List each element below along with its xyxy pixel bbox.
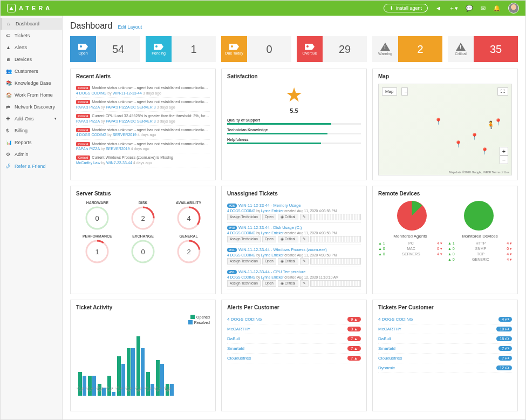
sidebar-item-add-ons[interactable]: ✚Add-Ons▾ xyxy=(1,113,62,125)
stat-pending[interactable]: Pending1 xyxy=(146,36,216,62)
assign-button[interactable]: Assign Technician xyxy=(227,236,261,242)
gauge-general[interactable]: GENERAL2 xyxy=(167,234,210,265)
alert-row[interactable]: CriticalMachine status unknown - agent h… xyxy=(76,140,210,154)
map-canvas[interactable]: Map – ⛶ 📍 📍 📍 📍 📍 🧍 + − Map data xyxy=(378,84,512,175)
map-dropdown-icon[interactable]: – xyxy=(401,87,408,96)
sidebar-item-reports[interactable]: 📊Reports xyxy=(1,137,62,148)
zoom-in-button[interactable]: + xyxy=(500,147,508,155)
remote-row[interactable]: ▲ 0MAC0 ▾ xyxy=(378,246,442,252)
bell-icon[interactable]: 🔔 xyxy=(493,5,501,12)
device-link[interactable]: PAPA's PIZZA DC SERVER 3 xyxy=(106,119,155,123)
map-pin-icon[interactable]: 📍 xyxy=(494,118,502,126)
sidebar-item-customers[interactable]: 👥Customers xyxy=(1,65,62,77)
customer-row[interactable]: Smartaid7 🏷 xyxy=(378,344,512,354)
stat-critical[interactable]: Critical35 xyxy=(448,36,518,62)
priority-button[interactable]: ◉ Critical xyxy=(278,214,298,220)
gauge-performance[interactable]: PERFORMANCE1 xyxy=(76,234,119,265)
assign-button[interactable]: Assign Technician xyxy=(227,214,261,220)
sidebar-item-tickets[interactable]: 🏷Tickets xyxy=(1,30,62,42)
stat-due-today[interactable]: Due Today0 xyxy=(221,36,291,62)
priority-button[interactable]: ◉ Critical xyxy=(278,280,298,287)
remote-row[interactable]: ▲ 0SERVERS4 ▾ xyxy=(378,252,442,257)
assign-button[interactable]: Assign Technician xyxy=(227,258,261,265)
device-link[interactable]: SERVER2019 xyxy=(106,147,129,151)
edit-icon[interactable]: ✎ xyxy=(300,236,309,242)
customer-row[interactable]: Smartaid7 ▲ xyxy=(227,344,361,354)
ticket-row[interactable]: #41WIN-11-12-33-44 - Windows Process (zo… xyxy=(227,245,361,267)
stat-overdue[interactable]: Overdue29 xyxy=(297,36,367,62)
mail-icon[interactable]: ✉ xyxy=(481,5,486,12)
ticket-row[interactable]: #51WIN-11-12-33-44 - CPU Temperature4 DO… xyxy=(227,267,361,289)
customer-link[interactable]: PAPA's PIZZA xyxy=(76,105,100,109)
sidebar-item-billing[interactable]: $Billing xyxy=(1,125,62,137)
sidebar-item-network-discovery[interactable]: ⇄Network Discovery xyxy=(1,101,62,113)
status-button[interactable]: Open xyxy=(262,258,276,265)
zoom-out-button[interactable]: − xyxy=(500,155,508,164)
chat-icon[interactable]: 💬 xyxy=(466,5,473,12)
map-pin-icon[interactable]: 📍 xyxy=(481,147,489,155)
sidebar-item-dashboard[interactable]: ⌂Dashboard xyxy=(1,18,62,30)
customer-row[interactable]: McCARTHY3 ▲ xyxy=(227,324,361,334)
edit-icon[interactable]: ✎ xyxy=(300,214,309,220)
device-link[interactable]: PAPA's PIZZA DC SERVER 3 xyxy=(106,105,155,109)
customer-row[interactable]: McCARTHY10 🏷 xyxy=(378,324,512,334)
announce-icon[interactable]: ◄ xyxy=(435,5,441,11)
map-type-button[interactable]: Map xyxy=(382,87,397,96)
alert-row[interactable]: CriticalCurrent Windows Process (zoom.ex… xyxy=(76,153,210,167)
alert-row[interactable]: CriticalMachine status unknown - agent h… xyxy=(76,84,210,98)
device-link[interactable]: SERVER2019 xyxy=(113,133,136,137)
edit-icon[interactable]: ✎ xyxy=(300,280,309,287)
assign-button[interactable]: Assign Technician xyxy=(227,280,261,287)
customer-link[interactable]: PAPA's PIZZA xyxy=(76,147,100,151)
sidebar-item-work-from-home[interactable]: 🏠Work From Home xyxy=(1,89,62,101)
add-icon[interactable]: ＋▾ xyxy=(449,4,458,12)
customer-row[interactable]: 4 DOGS CODING4 🏷 xyxy=(378,315,512,324)
remote-row[interactable]: ▲ 1HTTP4 ▾ xyxy=(448,241,512,246)
pegman-icon[interactable]: 🧍 xyxy=(486,120,495,129)
sidebar-item-refer-a-friend[interactable]: 🗪Refer a Friend xyxy=(1,160,62,172)
gauge-disk[interactable]: DISK2 xyxy=(122,201,165,231)
fullscreen-icon[interactable]: ⛶ xyxy=(497,87,508,96)
map-pin-icon[interactable]: 📍 xyxy=(470,133,479,140)
ticket-row[interactable]: #26WIN-11-12-33-44 - Memory Usage4 DOGS … xyxy=(227,201,361,223)
remote-row[interactable]: ▲ 0SNMP0 ▾ xyxy=(448,246,512,252)
customer-row[interactable]: Dynamic12 🏷 xyxy=(378,363,512,373)
customer-row[interactable]: Cloudustries7 🏷 xyxy=(378,354,512,363)
sidebar-item-alerts[interactable]: ▲Alerts xyxy=(1,42,62,53)
alert-row[interactable]: CriticalCurrent CPU Load 32.45625% is gr… xyxy=(76,112,210,126)
ticket-row[interactable]: #40WIN-11-12-33-44 - Disk Usage (C:)4 DO… xyxy=(227,223,361,245)
map-pin-icon[interactable]: 📍 xyxy=(434,118,442,125)
customer-link[interactable]: PAPA's PIZZA xyxy=(76,119,100,123)
status-button[interactable]: Open xyxy=(262,214,276,220)
customer-row[interactable]: DaBull7 ▲ xyxy=(227,334,361,344)
status-button[interactable]: Open xyxy=(262,236,276,242)
sidebar-item-admin[interactable]: ⚙Admin xyxy=(1,148,62,160)
customer-link[interactable]: McCarthy Law xyxy=(76,161,100,165)
edit-layout-link[interactable]: Edit Layout xyxy=(118,24,142,30)
gauge-availability[interactable]: AVAILABILITY4 xyxy=(167,201,210,231)
device-link[interactable]: WIN7-22-33-44 xyxy=(106,161,132,165)
customer-row[interactable]: Cloudustries7 ▲ xyxy=(227,354,361,363)
alert-row[interactable]: CriticalMachine status unknown - agent h… xyxy=(76,98,210,112)
device-link[interactable]: WIN-11-12-33-44 xyxy=(113,91,142,95)
gauge-exchange[interactable]: EXCHANGE0 xyxy=(122,234,165,265)
avatar[interactable] xyxy=(508,3,519,13)
alert-row[interactable]: CriticalMachine status unknown - agent h… xyxy=(76,126,210,140)
remote-row[interactable]: ▲ 0GENERIC4 ▾ xyxy=(448,257,512,262)
brand-logo[interactable]: ATERA xyxy=(7,4,52,12)
stat-warning[interactable]: Warning2 xyxy=(372,36,442,62)
sidebar-item-devices[interactable]: 🖥Devices xyxy=(1,53,62,65)
customer-link[interactable]: 4 DOGS CODING xyxy=(76,133,106,137)
sidebar-item-knowledge-base[interactable]: 📚Knowledge Base xyxy=(1,77,62,89)
edit-icon[interactable]: ✎ xyxy=(300,258,309,265)
install-agent-button[interactable]: ⬇ Install agent xyxy=(384,4,428,12)
stat-open[interactable]: Open54 xyxy=(70,36,140,62)
customer-row[interactable]: DaBull18 🏷 xyxy=(378,334,512,344)
remote-row[interactable]: ▲ 0TCP4 ▾ xyxy=(448,252,512,257)
customer-row[interactable]: 4 DOGS CODING9 ▲ xyxy=(227,315,361,324)
priority-button[interactable]: ◉ Critical xyxy=(278,258,298,265)
gauge-hardware[interactable]: HARDWARE0 xyxy=(76,201,119,231)
remote-row[interactable]: ▲ 1PC4 ▾ xyxy=(378,241,442,246)
priority-button[interactable]: ◉ Critical xyxy=(278,236,298,242)
map-pin-icon[interactable]: 📍 xyxy=(454,140,462,148)
